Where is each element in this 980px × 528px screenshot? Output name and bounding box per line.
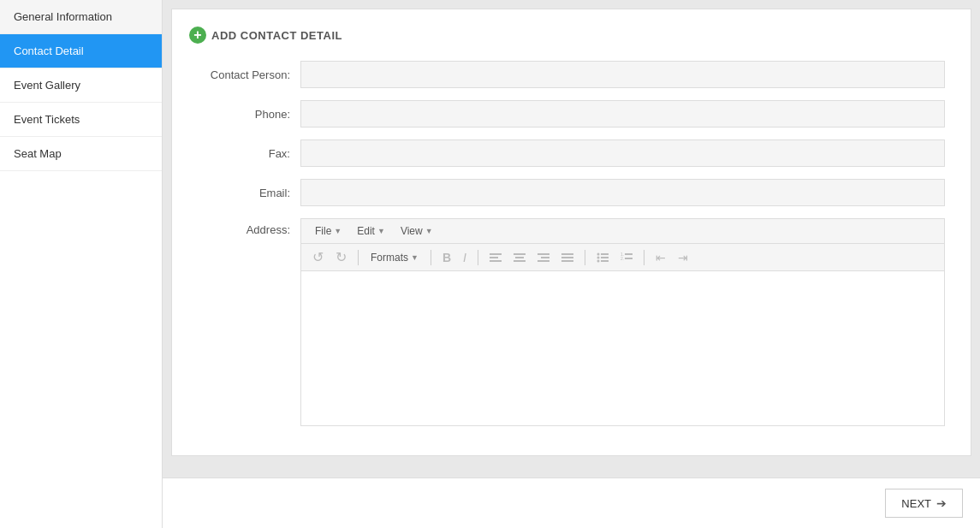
view-menu[interactable]: View ▼ <box>394 222 440 240</box>
svg-rect-9 <box>561 253 573 255</box>
svg-point-14 <box>597 256 599 258</box>
svg-rect-8 <box>538 260 549 262</box>
svg-rect-7 <box>541 257 549 258</box>
align-left-button[interactable] <box>485 250 506 265</box>
svg-rect-1 <box>490 257 498 258</box>
svg-rect-6 <box>538 253 549 255</box>
svg-rect-4 <box>515 257 524 258</box>
svg-rect-13 <box>601 253 609 255</box>
svg-rect-17 <box>601 260 609 262</box>
address-row: Address: File ▼ Edit ▼ <box>189 218 945 426</box>
svg-rect-21 <box>625 258 633 259</box>
svg-rect-5 <box>514 260 526 262</box>
bold-button[interactable]: B <box>438 249 455 266</box>
add-contact-title: ADD CONTACT DETAIL <box>211 29 342 42</box>
fax-row: Fax: <box>189 139 945 167</box>
address-label: Address: <box>189 218 300 236</box>
edit-menu-chevron: ▼ <box>377 227 385 235</box>
list-ol-button[interactable]: 1.2. <box>616 250 637 265</box>
justify-button[interactable] <box>557 250 578 265</box>
svg-rect-10 <box>561 257 573 258</box>
toolbar-separator-4 <box>585 250 585 265</box>
sidebar-item-seat-map[interactable]: Seat Map <box>0 137 162 171</box>
align-center-button[interactable] <box>509 250 530 265</box>
phone-label: Phone: <box>189 108 300 121</box>
toolbar-separator-5 <box>644 250 644 265</box>
edit-menu[interactable]: Edit ▼ <box>350 222 392 240</box>
editor-toolbar: ↺ ↻ Formats ▼ B I <box>301 244 944 271</box>
sidebar-item-label: General Information <box>14 10 112 23</box>
phone-input[interactable] <box>300 100 945 128</box>
svg-rect-19 <box>625 253 633 255</box>
sidebar: General Information Contact Detail Event… <box>0 0 163 528</box>
sidebar-item-general-information[interactable]: General Information <box>0 0 162 34</box>
email-label: Email: <box>189 187 300 199</box>
redo-button[interactable]: ↻ <box>331 247 351 267</box>
next-button[interactable]: NEXT ➔ <box>885 489 963 518</box>
file-menu-chevron: ▼ <box>334 227 342 235</box>
add-contact-header: + ADD CONTACT DETAIL <box>189 27 945 44</box>
svg-rect-3 <box>514 253 526 255</box>
file-menu[interactable]: File ▼ <box>308 222 348 240</box>
address-editor-body[interactable] <box>301 271 944 425</box>
svg-rect-0 <box>490 253 502 255</box>
formats-dropdown[interactable]: Formats ▼ <box>365 250 424 265</box>
outdent-button[interactable]: ⇤ <box>651 249 670 266</box>
email-input[interactable] <box>300 179 945 206</box>
svg-point-12 <box>597 252 599 255</box>
sidebar-item-label: Contact Detail <box>14 44 84 57</box>
sidebar-item-label: Event Gallery <box>14 79 80 92</box>
toolbar-separator-3 <box>478 250 478 265</box>
sidebar-item-event-tickets[interactable]: Event Tickets <box>0 103 162 137</box>
undo-button[interactable]: ↺ <box>308 247 328 267</box>
fax-label: Fax: <box>189 147 300 160</box>
list-ul-button[interactable] <box>592 250 613 265</box>
fax-input[interactable] <box>300 139 945 167</box>
add-contact-icon: + <box>189 27 206 44</box>
next-label: NEXT <box>901 497 931 510</box>
view-menu-chevron: ▼ <box>425 227 433 235</box>
phone-row: Phone: <box>189 100 945 128</box>
sidebar-item-label: Event Tickets <box>14 113 80 126</box>
svg-rect-15 <box>601 257 609 258</box>
sidebar-item-contact-detail[interactable]: Contact Detail <box>0 34 162 68</box>
next-arrow-icon: ➔ <box>936 496 947 510</box>
contact-person-row: Contact Person: <box>189 61 945 88</box>
indent-button[interactable]: ⇥ <box>674 249 692 266</box>
formats-chevron: ▼ <box>411 253 419 262</box>
bottom-bar: NEXT ➔ <box>163 478 980 528</box>
align-right-button[interactable] <box>533 250 554 265</box>
toolbar-separator-2 <box>431 250 431 265</box>
editor-menubar: File ▼ Edit ▼ View ▼ <box>301 219 944 244</box>
toolbar-separator-1 <box>358 250 359 265</box>
email-row: Email: <box>189 179 945 206</box>
svg-rect-11 <box>561 260 573 262</box>
svg-point-16 <box>597 259 599 262</box>
contact-detail-panel: + ADD CONTACT DETAIL Contact Person: Pho… <box>171 9 971 456</box>
svg-text:2.: 2. <box>621 256 624 261</box>
contact-person-label: Contact Person: <box>189 68 300 81</box>
svg-rect-2 <box>490 260 502 262</box>
italic-button[interactable]: I <box>459 249 471 266</box>
sidebar-item-label: Seat Map <box>14 147 62 160</box>
sidebar-item-event-gallery[interactable]: Event Gallery <box>0 68 162 103</box>
address-editor: File ▼ Edit ▼ View ▼ <box>300 218 945 426</box>
contact-person-input[interactable] <box>300 61 945 88</box>
